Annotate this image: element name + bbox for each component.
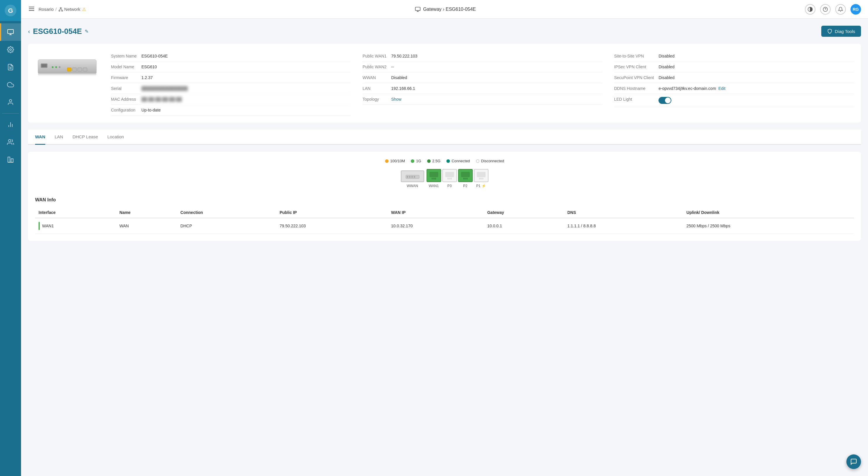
serial-value: ████████████████: [142, 83, 351, 94]
col-interface: Interface: [35, 207, 116, 218]
wan-table-header: Interface Name Connection Public IP WAN …: [35, 207, 854, 218]
wan-info-table: Interface Name Connection Public IP WAN …: [35, 207, 854, 234]
diag-tools-button[interactable]: Diag Tools: [821, 26, 861, 37]
theme-toggle[interactable]: [805, 4, 815, 14]
edit-device-button[interactable]: ✎: [85, 29, 89, 34]
topnav-center: Gateway › ESG610-054E: [415, 6, 476, 12]
wan-info-section: WAN Info Interface Name Connection Publi…: [35, 197, 854, 234]
topnav: Rosario / Network ⚠ Gateway › ESG610-054…: [21, 0, 868, 19]
port-p2-label: P2: [463, 184, 467, 188]
help-icon: [823, 7, 828, 12]
port-p1-pins: [479, 178, 483, 179]
port-wwan: WWAN: [401, 170, 424, 188]
device-image: [35, 51, 99, 78]
cell-wan-ip: 10.0.32.170: [388, 218, 484, 234]
ddns-edit-link[interactable]: Edit: [718, 86, 725, 91]
svg-point-5: [10, 49, 11, 50]
svg-rect-35: [83, 68, 87, 71]
interface-status-bar: [38, 222, 40, 230]
system-name-value: ESG610-054E: [142, 51, 351, 62]
legend-dot-connected: [446, 159, 450, 163]
legend-100m: 100/10M: [385, 159, 405, 163]
svg-line-22: [61, 8, 62, 10]
interface-indicator: WAN1: [38, 222, 113, 230]
model-name-label: Model Name: [111, 62, 142, 72]
port-p2-connector: [461, 172, 470, 177]
col-name: Name: [116, 207, 177, 218]
help-button[interactable]: [820, 4, 831, 14]
sidebar-nav: [0, 23, 21, 168]
port-p3: [442, 169, 457, 182]
warning-icon: ⚠: [82, 7, 86, 12]
wan-table-header-row: Interface Name Connection Public IP WAN …: [35, 207, 854, 218]
svg-rect-23: [415, 7, 421, 10]
system-name-label: System Name: [111, 51, 142, 62]
cell-dns: 1.1.1.1 / 8.8.8.8: [564, 218, 683, 234]
topology-show-link[interactable]: Show: [391, 94, 602, 105]
wwan-icon: [405, 173, 420, 180]
svg-rect-14: [11, 159, 13, 162]
network-icon: [58, 7, 63, 12]
ddns-hostname: e-opvvd734j9kv.ec-domain.com: [658, 86, 716, 91]
sidebar-item-team[interactable]: [0, 133, 21, 151]
sidebar-item-reports[interactable]: [0, 58, 21, 76]
led-label: LED Light: [614, 94, 658, 107]
led-toggle[interactable]: [658, 97, 671, 104]
legend-dot-disconnected: [476, 159, 479, 163]
mac-value: ██:██:██:██:██:██: [142, 94, 351, 105]
svg-text:G: G: [8, 7, 13, 14]
port-wan1-pins: [432, 178, 436, 179]
legend-dot-100m: [385, 159, 389, 163]
cell-interface: WAN1: [35, 218, 116, 234]
vpn-info-grid: Site-to-Site VPN Disabled IPSec VPN Clie…: [614, 51, 854, 107]
legend-connected: Connected: [446, 159, 470, 163]
model-name-value: ESG610: [142, 62, 351, 72]
legend-label-100m: 100/10M: [390, 159, 405, 163]
svg-point-18: [60, 7, 61, 8]
tab-wan[interactable]: WAN: [35, 130, 45, 145]
breadcrumb-network[interactable]: Network: [58, 7, 80, 12]
svg-rect-44: [414, 176, 415, 178]
svg-rect-39: [38, 73, 96, 75]
sidebar-item-users-small[interactable]: [0, 93, 21, 111]
sidebar-item-buildings[interactable]: [0, 151, 21, 168]
tab-location[interactable]: Location: [107, 130, 124, 145]
port-diagram: WWAN WAN1: [35, 169, 854, 188]
legend-label-connected: Connected: [452, 159, 470, 163]
svg-point-19: [59, 10, 60, 11]
cell-public-ip: 79.50.222.103: [276, 218, 388, 234]
legend-dot-1g: [411, 159, 414, 163]
port-p3-pins: [447, 178, 452, 179]
tabs: WAN LAN DHCP Lease Location: [28, 130, 861, 145]
sidebar-item-monitor[interactable]: [0, 23, 21, 41]
site-vpn-label: Site-to-Site VPN: [614, 51, 658, 62]
cell-uplink-downlink: 2500 Mbps / 2500 Mbps: [683, 218, 854, 234]
svg-rect-42: [409, 176, 410, 178]
breadcrumb-sep: /: [56, 7, 57, 12]
svg-rect-34: [78, 68, 82, 71]
sidebar-item-cloud[interactable]: [0, 76, 21, 93]
svg-rect-41: [407, 176, 408, 178]
app-logo[interactable]: G: [0, 0, 21, 21]
cell-gateway: 10.0.0.1: [484, 218, 564, 234]
notifications-button[interactable]: [835, 4, 846, 14]
page-title-area: ‹ ESG610-054E ✎: [28, 27, 89, 36]
eth-ports: WAN1 P3: [427, 169, 489, 188]
legend-disconnected: Disconnected: [476, 159, 504, 163]
ipsec-vpn-value: Disabled: [658, 62, 854, 72]
device-info-card: System Name ESG610-054E Model Name ESG61…: [28, 44, 861, 123]
port-p3-label: P3: [447, 184, 452, 188]
tab-dhcp-lease[interactable]: DHCP Lease: [72, 130, 98, 145]
legend-1g: 1G: [411, 159, 421, 163]
sidebar-item-analytics[interactable]: [0, 116, 21, 133]
hamburger-button[interactable]: [28, 5, 35, 13]
sidebar-item-settings[interactable]: [0, 41, 21, 58]
user-avatar[interactable]: RG: [850, 4, 861, 14]
breadcrumb: Rosario / Network ⚠: [38, 7, 86, 12]
cell-connection: DHCP: [177, 218, 276, 234]
router-image: [35, 51, 99, 77]
back-button[interactable]: ‹: [28, 28, 30, 35]
tab-lan[interactable]: LAN: [55, 130, 63, 145]
svg-point-20: [62, 10, 63, 11]
wwan-port-visual: [401, 170, 424, 182]
